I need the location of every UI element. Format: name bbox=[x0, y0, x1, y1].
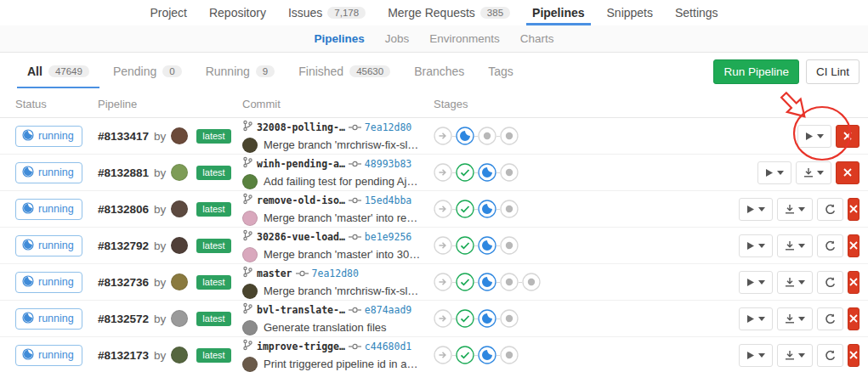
stage-icon-created[interactable] bbox=[500, 309, 519, 328]
download-artifacts-button[interactable] bbox=[777, 271, 813, 294]
pipeline-user-avatar[interactable] bbox=[171, 127, 188, 144]
commit-author-avatar[interactable] bbox=[242, 357, 258, 372]
stage-icon-skipped[interactable] bbox=[434, 200, 452, 218]
branch-link[interactable]: winh-pending-a… bbox=[257, 158, 345, 170]
pipeline-id-link[interactable]: #8132173 bbox=[98, 349, 149, 362]
stage-icon-success[interactable] bbox=[456, 309, 474, 328]
stage-icon-skipped[interactable] bbox=[434, 236, 452, 255]
stage-icon-created[interactable] bbox=[500, 236, 519, 255]
filter-tab-pending[interactable]: Pending0 bbox=[101, 53, 194, 90]
stage-icon-running[interactable] bbox=[478, 236, 496, 255]
stage-icon-skipped[interactable] bbox=[434, 346, 452, 364]
sub-nav-item-environments[interactable]: Environments bbox=[419, 32, 510, 45]
play-pipeline-button[interactable] bbox=[797, 125, 831, 148]
branch-link[interactable]: remove-old-iso… bbox=[257, 194, 345, 206]
commit-sha-link[interactable]: 7ea12d80 bbox=[312, 268, 359, 279]
stage-icon-created[interactable] bbox=[478, 127, 496, 145]
commit-sha-link[interactable]: 48993b83 bbox=[365, 158, 411, 170]
pipeline-id-link[interactable]: #8133417 bbox=[98, 130, 149, 143]
pipeline-id-link[interactable]: #8132806 bbox=[98, 203, 149, 216]
commit-message-link[interactable]: Merge branch 'mrchrisw-fix-sl… bbox=[264, 285, 418, 297]
project-nav-item-repository[interactable]: Repository bbox=[198, 0, 277, 25]
filter-tab-finished[interactable]: Finished45630 bbox=[286, 53, 402, 90]
stage-icon-running[interactable] bbox=[456, 127, 474, 145]
status-badge[interactable]: running bbox=[15, 308, 82, 330]
stage-icon-created[interactable] bbox=[522, 273, 541, 291]
pipeline-id-link[interactable]: #8132736 bbox=[98, 276, 149, 289]
stage-icon-created[interactable] bbox=[500, 163, 519, 182]
cancel-pipeline-button[interactable] bbox=[848, 344, 859, 367]
pipeline-user-avatar[interactable] bbox=[171, 310, 188, 327]
commit-author-avatar[interactable] bbox=[242, 247, 258, 262]
commit-message-link[interactable]: Merge branch 'mrchrisw-fix-sl… bbox=[264, 138, 418, 151]
sub-nav-item-charts[interactable]: Charts bbox=[510, 32, 564, 45]
pipeline-id-link[interactable]: #8132792 bbox=[98, 240, 149, 252]
stage-icon-skipped[interactable] bbox=[434, 163, 452, 182]
commit-message-link[interactable]: Merge branch 'master' into re… bbox=[264, 211, 417, 224]
filter-tab-running[interactable]: Running9 bbox=[194, 53, 287, 90]
download-artifacts-button[interactable] bbox=[777, 234, 813, 257]
stage-icon-success[interactable] bbox=[456, 236, 474, 255]
project-nav-item-merge-requests[interactable]: Merge Requests385 bbox=[377, 0, 521, 25]
cancel-pipeline-button[interactable] bbox=[836, 125, 859, 148]
download-artifacts-button[interactable] bbox=[777, 307, 813, 330]
download-artifacts-button[interactable] bbox=[777, 344, 813, 367]
commit-message-link[interactable]: Generate translation files bbox=[264, 321, 387, 334]
pipeline-id-link[interactable]: #8132572 bbox=[98, 313, 149, 325]
download-artifacts-button[interactable] bbox=[777, 198, 813, 221]
status-badge[interactable]: running bbox=[15, 199, 82, 220]
filter-tab-tags[interactable]: Tags bbox=[476, 53, 525, 90]
status-badge[interactable]: running bbox=[15, 272, 82, 293]
project-nav-item-issues[interactable]: Issues7,178 bbox=[277, 0, 377, 25]
status-badge[interactable]: running bbox=[15, 162, 82, 183]
retry-pipeline-button[interactable] bbox=[817, 271, 843, 294]
stage-icon-skipped[interactable] bbox=[434, 309, 452, 328]
stage-icon-success[interactable] bbox=[456, 273, 474, 291]
stage-icon-running[interactable] bbox=[478, 309, 496, 328]
stage-icon-success[interactable] bbox=[456, 163, 474, 182]
pipeline-user-avatar[interactable] bbox=[171, 273, 188, 290]
stage-icon-running[interactable] bbox=[478, 163, 496, 182]
stage-icon-running[interactable] bbox=[478, 346, 496, 364]
branch-link[interactable]: improve-trigge… bbox=[257, 341, 345, 352]
stage-icon-created[interactable] bbox=[500, 273, 519, 291]
stage-icon-success[interactable] bbox=[456, 200, 474, 218]
project-nav-item-snippets[interactable]: Snippets bbox=[596, 0, 664, 25]
stage-icon-success[interactable] bbox=[456, 346, 474, 364]
filter-tab-all[interactable]: All47649 bbox=[15, 53, 101, 90]
project-nav-item-project[interactable]: Project bbox=[139, 0, 198, 25]
status-badge[interactable]: running bbox=[15, 345, 82, 366]
run-pipeline-button[interactable]: Run Pipeline bbox=[713, 59, 799, 84]
status-badge[interactable]: running bbox=[15, 235, 82, 256]
play-pipeline-button[interactable] bbox=[739, 198, 773, 221]
commit-sha-link[interactable]: e874aad9 bbox=[365, 304, 411, 316]
pipeline-id-link[interactable]: #8132881 bbox=[98, 166, 149, 179]
ci-lint-button[interactable]: CI Lint bbox=[806, 59, 859, 84]
commit-sha-link[interactable]: be1e9256 bbox=[365, 231, 411, 243]
stage-icon-created[interactable] bbox=[500, 200, 519, 218]
play-pipeline-button[interactable] bbox=[739, 307, 773, 330]
retry-pipeline-button[interactable] bbox=[817, 234, 843, 257]
cancel-pipeline-button[interactable] bbox=[848, 307, 859, 330]
branch-link[interactable]: 30286-vue-load… bbox=[257, 231, 345, 243]
branch-link[interactable]: 32008-polling-… bbox=[257, 121, 345, 133]
stage-icon-created[interactable] bbox=[500, 127, 519, 145]
branch-link[interactable]: bvl-translate-… bbox=[257, 304, 345, 316]
sub-nav-item-pipelines[interactable]: Pipelines bbox=[304, 32, 374, 45]
pipeline-user-avatar[interactable] bbox=[171, 237, 188, 254]
commit-message-link[interactable]: Merge branch 'master' into 30… bbox=[264, 248, 420, 261]
sub-nav-item-jobs[interactable]: Jobs bbox=[375, 32, 420, 45]
commit-sha-link[interactable]: 15ed4bba bbox=[365, 194, 411, 206]
retry-pipeline-button[interactable] bbox=[817, 307, 843, 330]
commit-author-avatar[interactable] bbox=[242, 174, 258, 189]
stage-icon-skipped[interactable] bbox=[434, 273, 452, 291]
pipeline-user-avatar[interactable] bbox=[171, 164, 188, 181]
commit-message-link[interactable]: Print triggered pipeline id in a… bbox=[264, 358, 417, 370]
play-pipeline-button[interactable] bbox=[739, 344, 773, 367]
commit-sha-link[interactable]: 7ea12d80 bbox=[365, 121, 411, 133]
cancel-pipeline-button[interactable] bbox=[848, 198, 859, 221]
cancel-pipeline-button[interactable] bbox=[836, 161, 859, 184]
commit-author-avatar[interactable] bbox=[242, 211, 258, 226]
play-pipeline-button[interactable] bbox=[739, 234, 773, 257]
filter-tab-branches[interactable]: Branches bbox=[402, 53, 476, 90]
